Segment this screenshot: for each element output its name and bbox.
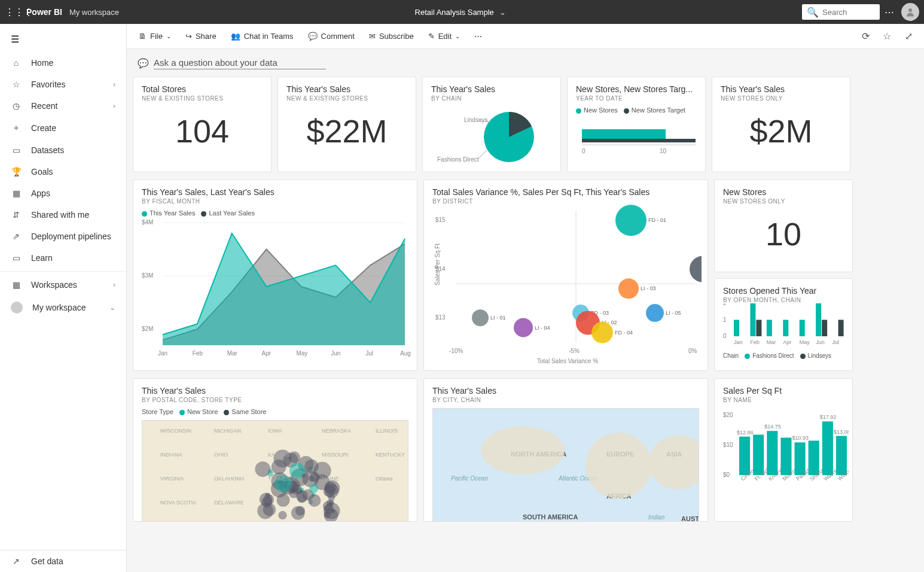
tile-sales-city[interactable]: This Year's Sales BY CITY, CHAIN NORTH A… (423, 378, 708, 522)
svg-text:Sales Per Sq Ft: Sales Per Sq Ft (434, 244, 441, 285)
sidebar-item-myworkspace[interactable]: My workspace ⌄ (0, 296, 126, 320)
sidebar-item-goals[interactable]: 🏆Goals (0, 161, 126, 182)
report-title[interactable]: Retail Analysis Sample ⌄ (119, 8, 802, 17)
svg-text:Jul: Jul (832, 339, 840, 345)
chevron-right-icon: › (113, 281, 115, 289)
svg-text:MAINE: MAINE (322, 476, 339, 482)
search-icon: 🔍 (807, 7, 819, 18)
svg-text:Jun: Jun (816, 339, 825, 345)
qna-box[interactable]: 💬 Ask a question about your data (133, 54, 918, 77)
sidebar-item-home[interactable]: ⌂Home (0, 52, 126, 74)
svg-text:-10%: -10% (449, 348, 463, 354)
favorite-icon[interactable]: ☆ (877, 31, 896, 42)
tile-stores-opened[interactable]: Stores Opened This Year BY OPEN MONTH, C… (714, 278, 853, 371)
more-button[interactable]: ⋯ (468, 28, 488, 44)
svg-rect-170 (739, 437, 750, 475)
svg-text:Lindseys: Lindseys (464, 117, 487, 123)
tile-sales-sqft[interactable]: Sales Per Sq Ft BY NAME $0$10$20$12.86Ci… (714, 378, 853, 522)
tile-total-stores[interactable]: Total Stores NEW & EXISTING STORES 104 (133, 77, 272, 172)
svg-text:DELAWARE: DELAWARE (214, 500, 244, 506)
sidebar-item-favorites[interactable]: ☆Favorites› (0, 74, 126, 95)
sidebar-item-deployment-pipelines[interactable]: ⇗Deployment pipelines (0, 226, 126, 247)
subscribe-button[interactable]: ✉Subscribe (363, 28, 420, 44)
brand-label: Power BI (26, 7, 62, 17)
nav-icon: ⌂ (11, 58, 22, 68)
sidebar-item-create[interactable]: ＋Create (0, 117, 126, 139)
svg-rect-175 (767, 431, 777, 475)
svg-rect-62 (767, 320, 772, 337)
svg-text:Jul: Jul (365, 350, 373, 357)
sidebar-item-recent[interactable]: ◷Recent› (0, 95, 126, 117)
svg-text:0%: 0% (688, 348, 697, 354)
sidebar-item-apps[interactable]: ▦Apps (0, 182, 126, 204)
bar-chart: $0$10$20$12.86Cincinna...Ft. Oglet...$14… (723, 403, 849, 511)
tile-new-stores-target[interactable]: New Stores, New Stores Targ... YEAR TO D… (567, 77, 706, 172)
chevron-right-icon: › (113, 80, 115, 89)
refresh-icon[interactable]: ⟳ (856, 31, 875, 42)
fullscreen-icon[interactable]: ⤢ (899, 31, 918, 42)
tile-new-stores-count[interactable]: New Stores NEW STORES ONLY 10 (714, 179, 853, 272)
sidebar-item-learn[interactable]: ▭Learn (0, 247, 126, 269)
svg-text:KANSAS: KANSAS (268, 452, 290, 458)
clustered-bar-chart: 012JanFebMarAprMayJunJul (723, 303, 849, 345)
map-us: WISCONSINMICHIGANIOWANEBRASKAILLINOISIND… (142, 420, 408, 522)
person-icon (11, 302, 23, 314)
tile-ty-sales-new[interactable]: This Year's Sales NEW STORES ONLY $2M (712, 77, 850, 172)
tile-variance-scatter[interactable]: Total Sales Variance %, Sales Per Sq Ft,… (423, 179, 708, 371)
bar-chart: 0 10 (576, 123, 696, 165)
hamburger-icon[interactable]: ☰ (0, 26, 126, 52)
tile-sales-trend[interactable]: This Year's Sales, Last Year's Sales BY … (133, 179, 417, 371)
svg-point-131 (255, 461, 270, 477)
svg-text:$10: $10 (723, 442, 733, 448)
nav-icon: ▭ (11, 145, 22, 155)
svg-text:$12.86: $12.86 (737, 430, 754, 436)
svg-text:Indian: Indian (648, 514, 665, 521)
more-icon[interactable]: ⋯ (880, 7, 899, 18)
chat-teams-button[interactable]: 👥Chat in Teams (225, 28, 300, 44)
svg-text:Total Sales Variance %: Total Sales Variance % (537, 358, 598, 364)
chevron-down-icon: ⌄ (499, 8, 506, 17)
chevron-down-icon: ⌄ (455, 33, 460, 39)
avatar[interactable] (901, 3, 919, 21)
svg-rect-59 (750, 303, 755, 336)
tile-sales-postal[interactable]: This Year's Sales BY POSTAL CODE, STORE … (133, 378, 417, 522)
tile-ty-sales[interactable]: This Year's Sales NEW & EXISTING STORES … (277, 77, 416, 172)
svg-text:MISSOURI: MISSOURI (322, 452, 349, 458)
file-button[interactable]: 🗎File⌄ (133, 28, 177, 44)
svg-text:ILLINOIS: ILLINOIS (376, 428, 398, 434)
chevron-down-icon: ⌄ (109, 303, 115, 312)
svg-text:May: May (800, 339, 810, 345)
svg-text:NOVA SCOTIA: NOVA SCOTIA (160, 500, 196, 506)
sidebar-item-datasets[interactable]: ▭Datasets (0, 139, 126, 161)
edit-button[interactable]: ✎Edit⌄ (422, 28, 466, 44)
svg-point-96 (309, 476, 315, 482)
svg-text:Mar: Mar (767, 339, 776, 345)
nav-icon: ▭ (11, 253, 22, 263)
comment-icon: 💬 (308, 32, 318, 41)
svg-text:Mar: Mar (227, 350, 238, 357)
svg-point-47 (514, 318, 533, 337)
svg-text:LI - 03: LI - 03 (641, 285, 656, 291)
svg-point-129 (296, 490, 308, 502)
svg-point-165 (585, 433, 651, 498)
svg-text:Feb: Feb (193, 350, 203, 357)
sidebar: ☰ ⌂Home☆Favorites›◷Recent›＋Create▭Datase… (0, 24, 127, 572)
workspace-breadcrumb[interactable]: My workspace (69, 8, 119, 17)
svg-text:FD - 01: FD - 01 (648, 217, 666, 223)
svg-point-164 (481, 427, 565, 474)
sidebar-item-workspaces[interactable]: ▦ Workspaces › (0, 274, 126, 296)
svg-text:TENNESSEE: TENNESSEE (268, 476, 301, 482)
sidebar-item-shared-with-me[interactable]: ⇵Shared with me (0, 204, 126, 226)
svg-rect-75 (838, 320, 844, 337)
main-area: 🗎File⌄ ↪Share 👥Chat in Teams 💬Comment ✉S… (127, 24, 924, 572)
sidebar-item-getdata[interactable]: ↗ Get data (0, 550, 126, 572)
comment-button[interactable]: 💬Comment (302, 28, 361, 44)
search-input[interactable] (822, 8, 876, 17)
tile-ty-sales-chain[interactable]: This Year's Sales BY CHAIN Lindseys Fash… (422, 77, 561, 172)
svg-text:LI - 05: LI - 05 (666, 310, 681, 316)
svg-rect-185 (822, 421, 833, 475)
app-launcher-icon[interactable]: ⋮⋮⋮ (5, 7, 24, 18)
search-box[interactable]: 🔍 (802, 4, 880, 20)
share-button[interactable]: ↪Share (179, 28, 222, 44)
svg-rect-7 (582, 139, 696, 142)
